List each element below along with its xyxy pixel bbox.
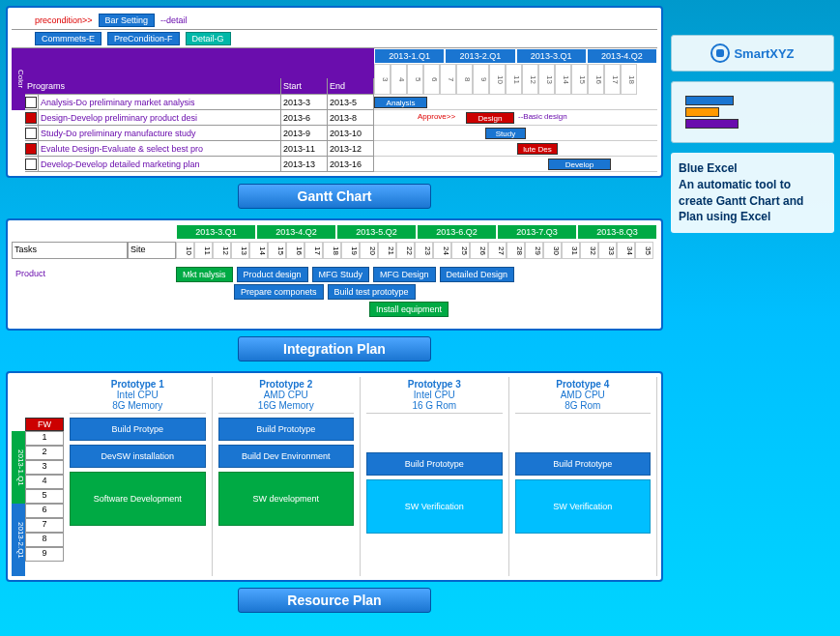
week-header: 30 <box>543 242 562 259</box>
product-label: Product <box>12 265 176 319</box>
week-header: 11 <box>194 242 213 259</box>
prototype-column: Prototype 4AMD CPU8G RomBuild PrototypeS… <box>509 377 658 576</box>
week-header: 7 <box>440 64 456 95</box>
row-number: 6 <box>25 504 64 518</box>
resource-block[interactable]: Software Development <box>70 472 206 526</box>
quarter-header: 2013-6.Q2 <box>417 224 497 240</box>
week-header: 34 <box>617 242 635 259</box>
task-tag[interactable]: Install equipment <box>369 302 449 317</box>
resource-block[interactable]: SW Verification <box>515 479 652 534</box>
week-header: 10 <box>176 242 194 259</box>
row-number: 3 <box>25 460 64 475</box>
week-header: 4 <box>391 64 407 95</box>
table-row[interactable]: Study-Do preliminary manufacture study20… <box>25 126 374 141</box>
logo-icon <box>710 43 730 63</box>
mini-bars-card <box>671 81 834 143</box>
detail-label: --detail <box>160 15 188 25</box>
detail-g-button[interactable]: Detail-G <box>186 32 231 45</box>
week-header: 26 <box>470 242 488 259</box>
task-tag[interactable]: MFG Study <box>312 267 370 282</box>
bar-row: Analysis <box>374 95 657 110</box>
precondition-f-button[interactable]: PreCondition-F <box>107 32 180 45</box>
task-tag[interactable]: Build test prototype <box>328 284 416 300</box>
week-header: 24 <box>433 242 451 259</box>
week-header: 13 <box>538 64 555 95</box>
mini-bar <box>685 96 734 105</box>
week-header: 3 <box>374 64 391 95</box>
table-row[interactable]: Develop-Develop detailed marketing plan2… <box>25 157 374 172</box>
week-header: 11 <box>506 64 522 95</box>
week-header: 6 <box>423 64 440 95</box>
week-header: 28 <box>507 242 525 259</box>
week-header: 29 <box>525 242 543 259</box>
prototype-column: Prototype 3Intel CPU16 G RomBuild Protot… <box>361 377 509 576</box>
comments-e-button[interactable]: Commmets-E <box>35 32 101 45</box>
quarter-header: 2013-7.Q3 <box>497 224 577 240</box>
task-tag[interactable]: MFG Design <box>373 267 436 282</box>
week-header: 32 <box>580 242 598 259</box>
row-number: 2 <box>25 446 64 460</box>
week-header: 19 <box>341 242 360 259</box>
week-header: 10 <box>489 64 506 95</box>
bar-setting-button[interactable]: Bar Setting <box>99 14 156 27</box>
task-tag[interactable]: Prepare componets <box>234 284 324 300</box>
resource-block[interactable]: Build Dev Environment <box>218 445 355 468</box>
row-number: 9 <box>25 547 64 562</box>
week-header: 25 <box>451 242 470 259</box>
table-row[interactable]: Design-Develop preliminary product desi2… <box>25 110 374 126</box>
week-header: 13 <box>231 242 249 259</box>
gantt-bar[interactable]: Analysis <box>374 97 427 108</box>
week-header: 12 <box>522 64 538 95</box>
fw-label: FW <box>25 418 64 431</box>
gantt-chart-title: Gantt Chart <box>238 184 431 209</box>
quarter-header: 2013-8.Q3 <box>577 224 657 240</box>
resource-plan-title: Resource Plan <box>238 588 431 613</box>
week-header: 23 <box>415 242 433 259</box>
resource-panel: 2013-1.Q1 2013-2.Q1 FW 123456789 Prototy… <box>6 371 663 582</box>
week-header: 8 <box>456 64 473 95</box>
task-tag[interactable]: Detailed Design <box>440 267 515 282</box>
quarter-header: 2013-4.Q2 <box>256 224 336 240</box>
site-header: Site <box>128 242 176 259</box>
quarter-header: 2013-2.Q1 <box>445 48 515 64</box>
week-header: 31 <box>562 242 580 259</box>
quarter-header: 2013-1.Q1 <box>374 48 445 64</box>
prototype-column: Prototype 1Intel CPU8G MemoryBuild Proty… <box>64 377 213 576</box>
resource-block[interactable]: SW development <box>218 472 355 526</box>
prototype-header: Prototype 4AMD CPU8G Rom <box>515 377 652 414</box>
week-header: 22 <box>396 242 415 259</box>
mini-bar <box>685 107 719 117</box>
table-row[interactable]: Analysis-Do preliminary market analysis2… <box>25 95 374 110</box>
week-header: 5 <box>407 64 423 95</box>
logo-text: SmartXYZ <box>734 46 794 61</box>
week-header: 15 <box>268 242 286 259</box>
integration-panel: 2013-3.Q12013-4.Q22013-5.Q22013-6.Q22013… <box>6 218 663 331</box>
row-number: 8 <box>25 533 64 547</box>
week-header: 17 <box>604 64 621 95</box>
gantt-bar[interactable]: lute Des <box>517 143 558 155</box>
row-number: 4 <box>25 475 64 489</box>
week-header: 12 <box>213 242 231 259</box>
resource-block[interactable]: Build Prototype <box>218 418 355 441</box>
prototype-header: Prototype 3Intel CPU16 G Rom <box>366 377 503 414</box>
resource-block[interactable]: Build Protype <box>70 418 206 441</box>
start-header: Start <box>281 78 328 94</box>
gantt-bar[interactable]: Develop <box>548 159 611 170</box>
week-header: 21 <box>378 242 396 259</box>
bar-row: lute Des <box>374 141 657 157</box>
table-row[interactable]: Evalute Design-Evaluate & select best pr… <box>25 141 374 157</box>
quarter-header: 2013-5.Q2 <box>336 224 417 240</box>
task-tag[interactable]: Product design <box>237 267 308 282</box>
gantt-bar[interactable]: Design <box>466 112 514 124</box>
resource-block[interactable]: Build Prototype <box>366 452 503 476</box>
mini-bar <box>685 119 739 129</box>
week-header: 27 <box>488 242 507 259</box>
task-tag[interactable]: Mkt nalysis <box>176 267 233 282</box>
gantt-bar[interactable]: Study <box>485 128 526 139</box>
prototype-header: Prototype 2AMD CPU16G Memory <box>218 377 355 414</box>
week-header: 14 <box>249 242 268 259</box>
quarter-label-2: 2013-2.Q1 <box>12 504 25 576</box>
resource-block[interactable]: DevSW installation <box>70 445 206 468</box>
resource-block[interactable]: Build Prototype <box>515 452 652 476</box>
resource-block[interactable]: SW Verification <box>366 479 503 534</box>
